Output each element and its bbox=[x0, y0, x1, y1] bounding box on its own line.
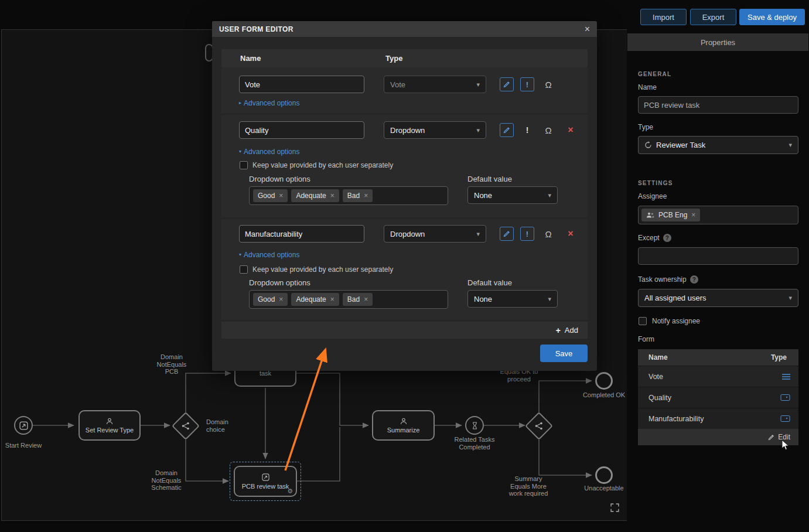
related-tasks-completed-node[interactable] bbox=[465, 416, 484, 435]
notify-assignee-checkbox[interactable] bbox=[639, 317, 647, 325]
modal-table-header: Name Type bbox=[221, 49, 588, 67]
triangle-down-icon: ▾ bbox=[239, 252, 241, 257]
edge-label-summary-equals-more: Summary Equals More work required bbox=[498, 475, 559, 497]
advanced-options-toggle[interactable]: ▾ Advanced options bbox=[239, 251, 299, 259]
dropdown-options-input[interactable]: Good× Adequate× Bad× bbox=[249, 186, 448, 205]
form-row-label: Vote bbox=[648, 373, 663, 381]
remove-option-icon[interactable]: × bbox=[279, 295, 283, 303]
except-label: Except bbox=[638, 234, 660, 242]
set-review-type-node[interactable]: Set Review Type bbox=[78, 410, 141, 441]
edit-form-label: Edit bbox=[778, 433, 790, 441]
keep-value-checkbox[interactable] bbox=[240, 265, 248, 274]
add-field-label: Add bbox=[565, 326, 578, 335]
form-row-quality[interactable]: Quality bbox=[638, 387, 798, 408]
form-row-manufacturability[interactable]: Manufacturability bbox=[638, 408, 798, 429]
form-name-column: Name bbox=[648, 353, 668, 362]
rename-field-button[interactable] bbox=[500, 77, 514, 91]
rename-field-button[interactable] bbox=[500, 227, 514, 241]
save-deploy-button-label: Save & deploy bbox=[747, 13, 797, 22]
gear-icon[interactable]: ⚙ bbox=[287, 487, 293, 495]
required-field-button[interactable]: ! bbox=[520, 227, 534, 241]
help-icon[interactable]: ? bbox=[690, 275, 698, 284]
reviewer-task-icon bbox=[644, 141, 652, 149]
assignee-label: Assignee bbox=[638, 192, 667, 200]
chevron-down-icon: ▾ bbox=[476, 230, 480, 238]
completed-ok-label: Completed OK bbox=[575, 391, 633, 399]
task-type-dropdown[interactable]: Reviewer Task ▾ bbox=[638, 136, 798, 154]
delete-field-button[interactable]: × bbox=[564, 123, 578, 137]
people-icon bbox=[646, 212, 654, 218]
pencil-icon bbox=[503, 230, 510, 237]
option-chip-label: Bad bbox=[347, 192, 360, 200]
field-name-input[interactable] bbox=[239, 76, 364, 93]
advanced-options-toggle[interactable]: ▾ Advanced options bbox=[239, 148, 299, 156]
remove-option-icon[interactable]: × bbox=[364, 192, 368, 200]
default-value: None bbox=[474, 191, 492, 200]
option-chip-label: Adequate bbox=[296, 295, 326, 303]
save-deploy-button[interactable]: Save & deploy bbox=[739, 9, 805, 25]
advanced-options-toggle[interactable]: ▸ Advanced options bbox=[239, 99, 299, 107]
summarize-node[interactable]: Summarize bbox=[372, 410, 435, 441]
dropdown-options-input[interactable]: Good× Adequate× Bad× bbox=[249, 290, 448, 309]
assignee-input[interactable]: PCB Eng × bbox=[638, 206, 798, 224]
field-type-dropdown[interactable]: Dropdown ▾ bbox=[384, 121, 486, 139]
remove-option-icon[interactable]: × bbox=[364, 295, 368, 303]
field-type-value: Vote bbox=[390, 80, 405, 89]
form-row-label: Quality bbox=[648, 394, 671, 402]
name-label: Name bbox=[638, 83, 657, 91]
import-button[interactable]: Import bbox=[640, 9, 687, 25]
pcb-review-task-label: PCB review task bbox=[242, 483, 289, 490]
form-row-vote[interactable]: Vote bbox=[638, 366, 798, 387]
chevron-down-icon: ▾ bbox=[476, 81, 480, 88]
start-review-node[interactable] bbox=[14, 416, 33, 435]
default-value-dropdown[interactable]: None ▾ bbox=[467, 186, 558, 204]
variable-icon[interactable]: Ω bbox=[541, 227, 555, 241]
help-icon[interactable]: ? bbox=[663, 234, 671, 242]
field-name-input[interactable] bbox=[239, 225, 364, 243]
chevron-down-icon: ▾ bbox=[788, 141, 792, 149]
domain-choice-label: Domain choice bbox=[206, 418, 241, 433]
save-button[interactable]: Save bbox=[540, 345, 588, 362]
pencil-icon bbox=[768, 434, 774, 441]
remove-option-icon[interactable]: × bbox=[279, 192, 283, 200]
task-type-value: Reviewer Task bbox=[656, 141, 705, 149]
option-chip-label: Bad bbox=[347, 295, 360, 303]
completed-ok-node[interactable] bbox=[595, 372, 613, 390]
modal-header: USER FORM EDITOR × bbox=[212, 21, 597, 37]
required-field-button[interactable]: ! bbox=[520, 77, 534, 91]
settings-section-label: SETTINGS bbox=[638, 180, 673, 186]
field-name-input[interactable] bbox=[239, 121, 364, 139]
add-field-button[interactable]: + Add bbox=[221, 322, 588, 339]
field-type-dropdown[interactable]: Dropdown ▾ bbox=[384, 225, 486, 243]
assignee-chip-label: PCB Eng bbox=[658, 211, 687, 219]
remove-option-icon[interactable]: × bbox=[330, 192, 334, 200]
keep-value-row: Keep value provided by each user separat… bbox=[240, 265, 393, 274]
keep-value-checkbox[interactable] bbox=[240, 161, 248, 169]
except-input[interactable] bbox=[638, 247, 798, 265]
name-column: Name bbox=[240, 54, 261, 63]
properties-title: Properties bbox=[701, 38, 735, 47]
task-name-input[interactable] bbox=[638, 96, 798, 114]
unacceptable-label: Unacceptable bbox=[575, 485, 633, 492]
close-icon[interactable]: × bbox=[585, 25, 590, 34]
variable-glyph: Ω bbox=[545, 80, 551, 90]
export-button[interactable]: Export bbox=[690, 9, 736, 25]
variable-icon[interactable]: Ω bbox=[541, 123, 555, 137]
delete-field-button[interactable]: × bbox=[564, 227, 578, 241]
rename-field-button[interactable] bbox=[500, 123, 514, 137]
form-table-header: Name Type bbox=[638, 349, 798, 366]
person-icon bbox=[106, 418, 113, 425]
task-ownership-dropdown[interactable]: All assigned users ▾ bbox=[638, 289, 798, 307]
pcb-review-task-node[interactable]: PCB review task ⚙ bbox=[234, 466, 297, 497]
keep-value-label: Keep value provided by each user separat… bbox=[252, 265, 393, 274]
field-type-dropdown[interactable]: Vote ▾ bbox=[384, 76, 486, 93]
variable-icon[interactable]: Ω bbox=[541, 77, 555, 91]
edit-form-button[interactable]: Edit bbox=[638, 429, 798, 445]
fullscreen-icon[interactable] bbox=[610, 503, 620, 513]
remove-option-icon[interactable]: × bbox=[330, 295, 334, 303]
required-field-button[interactable]: ! bbox=[520, 123, 534, 137]
assignee-chip: PCB Eng × bbox=[641, 209, 700, 221]
unacceptable-node[interactable] bbox=[595, 466, 613, 484]
remove-assignee-icon[interactable]: × bbox=[691, 211, 695, 219]
default-value-dropdown[interactable]: None ▾ bbox=[467, 290, 558, 308]
